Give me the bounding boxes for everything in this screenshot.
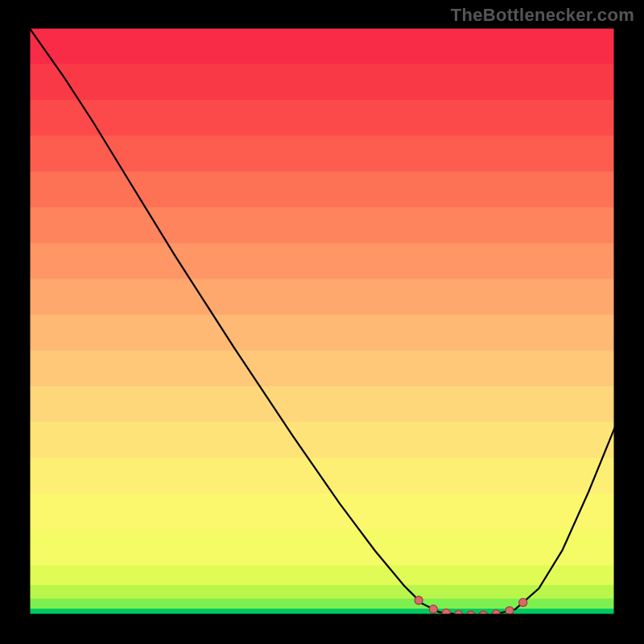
svg-rect-4 [29, 564, 615, 584]
gradient-background [29, 27, 615, 616]
curve-marker [506, 607, 514, 615]
svg-rect-3 [29, 584, 615, 599]
svg-rect-19 [29, 27, 615, 64]
svg-rect-16 [29, 134, 615, 171]
svg-rect-18 [29, 63, 615, 99]
svg-rect-15 [29, 171, 615, 207]
svg-rect-12 [29, 278, 615, 314]
svg-rect-5 [29, 529, 615, 565]
svg-rect-9 [29, 386, 615, 422]
curve-marker [415, 597, 423, 605]
svg-rect-10 [29, 349, 615, 386]
curve-marker [429, 605, 437, 613]
svg-rect-14 [29, 206, 615, 242]
chart-frame: { "attribution": "TheBottlenecker.com", … [0, 0, 644, 644]
svg-rect-7 [29, 457, 615, 493]
svg-rect-6 [29, 493, 615, 529]
svg-rect-11 [29, 314, 615, 350]
svg-rect-13 [29, 242, 615, 279]
bottleneck-chart [0, 0, 644, 644]
svg-rect-8 [29, 421, 615, 457]
svg-rect-17 [29, 99, 615, 135]
curve-marker [519, 598, 527, 606]
